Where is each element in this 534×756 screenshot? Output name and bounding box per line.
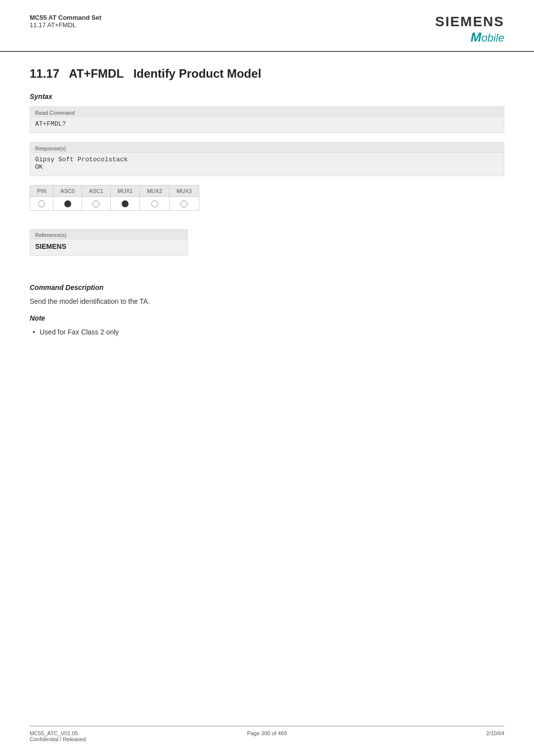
page: MC55 AT Command Set 11.17 AT+FMDL SIEMEN…	[0, 0, 534, 756]
syntax-heading: Syntax	[30, 93, 504, 100]
response-box: Response(s) Gipsy Soft Protocolstack OK	[30, 142, 504, 176]
section-heading-text: AT+FMDL Identify Product Model	[69, 67, 261, 80]
cell-asc1	[82, 197, 111, 211]
command-description-text: Send the model identification to the TA.	[30, 297, 504, 305]
read-command-code: AT+FMDL?	[30, 117, 504, 133]
cell-asc0	[53, 197, 82, 211]
reference-value: SIEMENS	[30, 239, 187, 255]
response-line-2: OK	[35, 163, 499, 171]
reference-box: Reference(s) SIEMENS	[30, 229, 188, 256]
col-mux1: MUX1	[110, 186, 140, 197]
col-asc0: ASC0	[53, 186, 82, 197]
main-content: 11.17 AT+FMDL Identify Product Model Syn…	[0, 52, 534, 375]
circle-empty-icon	[180, 200, 187, 207]
responses-label: Response(s)	[30, 142, 504, 153]
circle-empty-icon	[151, 200, 158, 207]
header-logo: SIEMENS Mobile	[435, 14, 504, 45]
mobile-logo-text: Mobile	[471, 30, 504, 45]
siemens-logo-text: SIEMENS	[435, 14, 504, 30]
col-asc1: ASC1	[82, 186, 111, 197]
pin-table: PIN ASC0 ASC1 MUX1 MUX2 MUX3	[30, 185, 199, 211]
footer-page-number: Page 300 of 469	[188, 730, 346, 742]
note-list: Used for Fax Class 2 only	[30, 328, 504, 336]
col-mux3: MUX3	[169, 186, 199, 197]
command-description-section: Command Description Send the model ident…	[30, 284, 504, 305]
col-pin: PIN	[30, 186, 53, 197]
footer-left: MC55_ATC_V01.05 Confidential / Released	[30, 730, 188, 742]
circle-filled-icon	[64, 200, 71, 207]
page-header: MC55 AT Command Set 11.17 AT+FMDL SIEMEN…	[0, 0, 534, 52]
footer-confidential: Confidential / Released	[30, 736, 188, 742]
header-subtitle: 11.17 AT+FMDL	[30, 21, 101, 29]
footer-date: 2/10/04	[346, 730, 504, 742]
cell-mux3	[169, 197, 199, 211]
pin-table-wrapper: PIN ASC0 ASC1 MUX1 MUX2 MUX3	[30, 185, 199, 211]
circle-filled-icon	[122, 200, 129, 207]
cell-pin	[30, 197, 53, 211]
circle-empty-icon	[92, 200, 99, 207]
page-footer: MC55_ATC_V01.05 Confidential / Released …	[30, 726, 504, 742]
col-mux2: MUX2	[140, 186, 170, 197]
note-item: Used for Fax Class 2 only	[30, 328, 504, 336]
section-title: 11.17 AT+FMDL Identify Product Model	[30, 67, 504, 81]
read-command-label: Read Command	[30, 107, 504, 117]
header-title: MC55 AT Command Set	[30, 14, 101, 21]
footer-doc-id: MC55_ATC_V01.05	[30, 730, 188, 736]
circle-empty-icon	[38, 200, 45, 207]
note-section: Note Used for Fax Class 2 only	[30, 314, 504, 336]
responses-code: Gipsy Soft Protocolstack OK	[30, 153, 504, 176]
reference-label: Reference(s)	[30, 230, 187, 239]
table-row	[30, 197, 199, 211]
section-number: 11.17	[30, 67, 59, 80]
cell-mux2	[140, 197, 170, 211]
header-left: MC55 AT Command Set 11.17 AT+FMDL	[30, 14, 101, 29]
cell-mux1	[110, 197, 140, 211]
response-line-1: Gipsy Soft Protocolstack	[35, 156, 499, 163]
command-description-heading: Command Description	[30, 284, 504, 291]
note-heading: Note	[30, 314, 504, 322]
read-command-box: Read Command AT+FMDL?	[30, 106, 504, 133]
